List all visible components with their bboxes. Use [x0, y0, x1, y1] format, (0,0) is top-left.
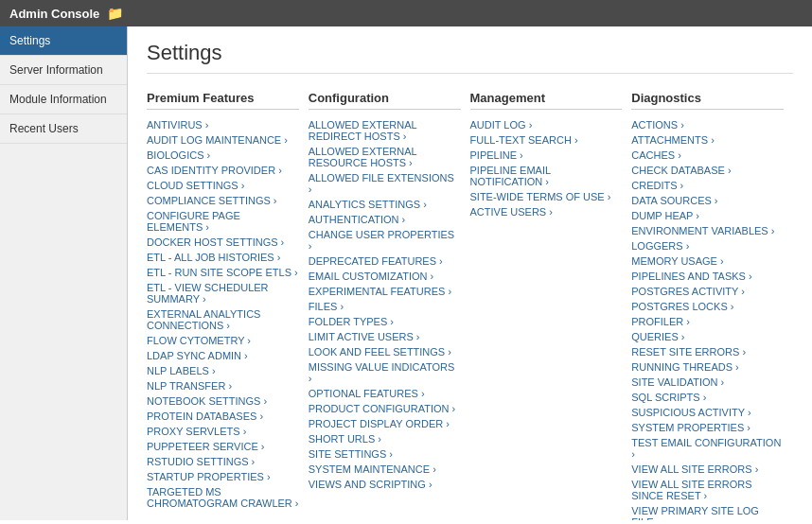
- link-etl---run-site-scope-etls[interactable]: ETL - RUN SITE SCOPE ETLS: [147, 265, 299, 280]
- link-postgres-activity[interactable]: POSTGRES ACTIVITY: [631, 284, 784, 299]
- link-optional-features[interactable]: OPTIONAL FEATURES: [309, 386, 461, 401]
- link-site-validation[interactable]: SITE VALIDATION: [631, 375, 784, 390]
- link-site-wide-terms-of-use[interactable]: SITE-WIDE TERMS OF USE: [470, 189, 623, 204]
- link-experimental-features[interactable]: EXPERIMENTAL FEATURES: [309, 284, 461, 299]
- link-queries[interactable]: QUERIES: [631, 329, 784, 344]
- top-bar: Admin Console 📁: [0, 0, 812, 26]
- link-ldap-sync-admin[interactable]: LDAP SYNC ADMIN: [147, 348, 299, 363]
- link-test-email-configuration[interactable]: TEST EMAIL CONFIGURATION: [631, 435, 784, 462]
- link-authentication[interactable]: AUTHENTICATION: [309, 212, 461, 227]
- link-credits[interactable]: CREDITS: [631, 178, 784, 193]
- link-cloud-settings[interactable]: CLOUD SETTINGS: [147, 178, 299, 193]
- link-etl---view-scheduler-summary[interactable]: ETL - VIEW SCHEDULER SUMMARY: [147, 280, 299, 306]
- col-diagnostics: DiagnosticsACTIONSATTACHMENTSCACHESCHECK…: [631, 91, 793, 520]
- col-premium: Premium FeaturesANTIVIRUSAUDIT LOG MAINT…: [147, 91, 309, 511]
- link-system-properties[interactable]: SYSTEM PROPERTIES: [631, 420, 784, 435]
- link-running-threads[interactable]: RUNNING THREADS: [631, 359, 784, 375]
- link-change-user-properties[interactable]: CHANGE USER PROPERTIES: [309, 227, 461, 253]
- link-view-primary-site-log-file[interactable]: VIEW PRIMARY SITE LOG FILE: [631, 503, 784, 520]
- settings-columns: Premium FeaturesANTIVIRUSAUDIT LOG MAINT…: [147, 91, 793, 520]
- sidebar: SettingsServer InformationModule Informa…: [0, 26, 128, 520]
- link-audit-log-maintenance[interactable]: AUDIT LOG MAINTENANCE: [147, 132, 299, 148]
- link-actions[interactable]: ACTIONS: [631, 117, 784, 132]
- link-pipeline[interactable]: PIPELINE: [470, 148, 623, 163]
- link-external-analytics-connections[interactable]: EXTERNAL ANALYTICS CONNECTIONS: [147, 306, 299, 333]
- link-pipeline-email-notification[interactable]: PIPELINE EMAIL NOTIFICATION: [470, 163, 623, 189]
- link-nlp-labels[interactable]: NLP LABELS: [147, 363, 299, 378]
- link-product-configuration[interactable]: PRODUCT CONFIGURATION: [309, 401, 461, 416]
- link-full-text-search[interactable]: FULL-TEXT SEARCH: [470, 132, 623, 148]
- link-view-all-site-errors-since-reset[interactable]: VIEW ALL SITE ERRORS SINCE RESET: [631, 477, 784, 503]
- link-cas-identity-provider[interactable]: CAS IDENTITY PROVIDER: [147, 163, 299, 178]
- link-protein-databases[interactable]: PROTEIN DATABASES: [147, 409, 299, 424]
- sidebar-item-settings[interactable]: Settings: [0, 26, 127, 56]
- col-header-diagnostics: Diagnostics: [631, 91, 784, 110]
- link-notebook-settings[interactable]: NOTEBOOK SETTINGS: [147, 393, 299, 409]
- link-reset-site-errors[interactable]: RESET SITE ERRORS: [631, 344, 784, 359]
- link-allowed-file-extensions[interactable]: ALLOWED FILE EXTENSIONS: [309, 170, 461, 197]
- link-postgres-locks[interactable]: POSTGRES LOCKS: [631, 299, 784, 314]
- col-management: ManagementAUDIT LOGFULL-TEXT SEARCHPIPEL…: [470, 91, 632, 219]
- link-dump-heap[interactable]: DUMP HEAP: [631, 208, 784, 223]
- link-antivirus[interactable]: ANTIVIRUS: [147, 117, 299, 132]
- link-puppeteer-service[interactable]: PUPPETEER SERVICE: [147, 439, 299, 454]
- sidebar-item-module-info[interactable]: Module Information: [0, 85, 127, 114]
- link-docker-host-settings[interactable]: DOCKER HOST SETTINGS: [147, 235, 299, 250]
- sidebar-item-server-info[interactable]: Server Information: [0, 56, 127, 85]
- link-biologics[interactable]: BIOLOGICS: [147, 148, 299, 163]
- link-memory-usage[interactable]: MEMORY USAGE: [631, 253, 784, 269]
- link-files[interactable]: FILES: [309, 299, 461, 314]
- col-configuration: ConfigurationALLOWED EXTERNAL REDIRECT H…: [309, 91, 470, 492]
- link-compliance-settings[interactable]: COMPLIANCE SETTINGS: [147, 193, 299, 208]
- link-flow-cytometry[interactable]: FLOW CYTOMETRY: [147, 333, 299, 348]
- link-missing-value-indicators[interactable]: MISSING VALUE INDICATORS: [309, 359, 461, 386]
- link-short-urls[interactable]: SHORT URLS: [309, 431, 461, 446]
- link-rstudio-settings[interactable]: RSTUDIO SETTINGS: [147, 454, 299, 469]
- link-nlp-transfer[interactable]: NLP TRANSFER: [147, 378, 299, 393]
- app-title: Admin Console: [9, 7, 99, 21]
- link-suspicious-activity[interactable]: SUSPICIOUS ACTIVITY: [631, 405, 784, 420]
- link-active-users[interactable]: ACTIVE USERS: [470, 204, 623, 219]
- link-limit-active-users[interactable]: LIMIT ACTIVE USERS: [309, 329, 461, 344]
- link-etl---all-job-histories[interactable]: ETL - ALL JOB HISTORIES: [147, 250, 299, 265]
- link-folder-types[interactable]: FOLDER TYPES: [309, 314, 461, 329]
- link-profiler[interactable]: PROFILER: [631, 314, 784, 329]
- link-site-settings[interactable]: SITE SETTINGS: [309, 446, 461, 462]
- link-check-database[interactable]: CHECK DATABASE: [631, 163, 784, 178]
- link-analytics-settings[interactable]: ANALYTICS SETTINGS: [309, 197, 461, 212]
- link-data-sources[interactable]: DATA SOURCES: [631, 193, 784, 208]
- link-configure-page-elements[interactable]: CONFIGURE PAGE ELEMENTS: [147, 208, 299, 235]
- link-startup-properties[interactable]: STARTUP PROPERTIES: [147, 469, 299, 484]
- sidebar-item-recent-users[interactable]: Recent Users: [0, 114, 127, 144]
- main-content: Settings Premium FeaturesANTIVIRUSAUDIT …: [128, 26, 812, 520]
- layout: SettingsServer InformationModule Informa…: [0, 26, 812, 520]
- col-header-premium: Premium Features: [147, 91, 299, 110]
- link-proxy-servlets[interactable]: PROXY SERVLETS: [147, 424, 299, 439]
- col-header-configuration: Configuration: [309, 91, 461, 110]
- link-deprecated-features[interactable]: DEPRECATED FEATURES: [309, 253, 461, 269]
- link-allowed-external-redirect-hosts[interactable]: ALLOWED EXTERNAL REDIRECT HOSTS: [309, 117, 461, 144]
- link-caches[interactable]: CACHES: [631, 148, 784, 163]
- link-system-maintenance[interactable]: SYSTEM MAINTENANCE: [309, 462, 461, 477]
- link-allowed-external-resource-hosts[interactable]: ALLOWED EXTERNAL RESOURCE HOSTS: [309, 144, 461, 170]
- link-environment-variables[interactable]: ENVIRONMENT VARIABLES: [631, 223, 784, 238]
- link-targeted-ms-chromatogram-crawler[interactable]: TARGETED MS CHROMATOGRAM CRAWLER: [147, 484, 299, 511]
- link-pipelines-and-tasks[interactable]: PIPELINES AND TASKS: [631, 269, 784, 284]
- link-look-and-feel-settings[interactable]: LOOK AND FEEL SETTINGS: [309, 344, 461, 359]
- link-views-and-scripting[interactable]: VIEWS AND SCRIPTING: [309, 477, 461, 492]
- link-email-customization[interactable]: EMAIL CUSTOMIZATION: [309, 269, 461, 284]
- link-view-all-site-errors[interactable]: VIEW ALL SITE ERRORS: [631, 462, 784, 477]
- link-project-display-order[interactable]: PROJECT DISPLAY ORDER: [309, 416, 461, 431]
- page-title: Settings: [147, 41, 793, 74]
- col-header-management: Management: [470, 91, 623, 110]
- link-attachments[interactable]: ATTACHMENTS: [631, 132, 784, 148]
- folder-icon[interactable]: 📁: [107, 6, 123, 21]
- link-sql-scripts[interactable]: SQL SCRIPTS: [631, 390, 784, 405]
- link-audit-log[interactable]: AUDIT LOG: [470, 117, 623, 132]
- link-loggers[interactable]: LOGGERS: [631, 238, 784, 253]
